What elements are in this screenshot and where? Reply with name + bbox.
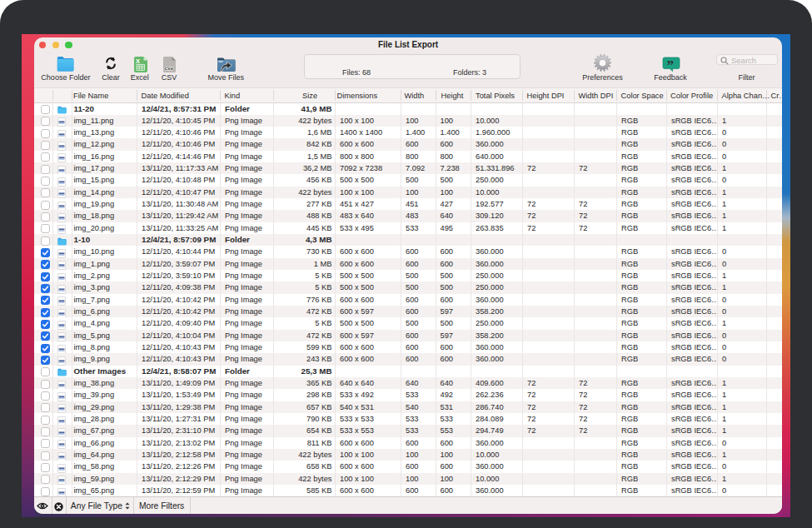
svg-text:”: ” [666,57,674,72]
svg-text:X: X [136,57,140,65]
svg-text:csv: csv [164,65,173,71]
